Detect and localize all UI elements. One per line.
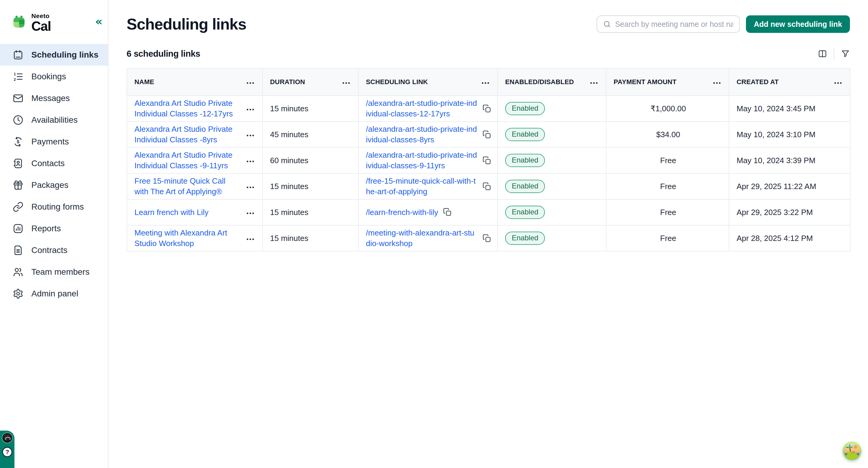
- help-icon[interactable]: [2, 447, 12, 457]
- sidebar-item-contracts[interactable]: Contracts: [0, 239, 108, 261]
- column-label: CREATED AT: [737, 78, 779, 86]
- column-menu-icon[interactable]: [480, 77, 491, 87]
- duration-value: 45 minutes: [270, 130, 308, 139]
- scheduling-link-url[interactable]: /meeting-with-alexandra-art-studio-works…: [366, 228, 478, 249]
- scheduling-link-name[interactable]: Meeting with Alexandra Art Studio Worksh…: [134, 228, 241, 249]
- sidebar-item-availabilities[interactable]: Availabilities: [0, 109, 108, 131]
- status-badge: Enabled: [505, 232, 545, 245]
- sidebar-item-team-members[interactable]: Team members: [0, 261, 108, 283]
- search-input[interactable]: [615, 20, 733, 29]
- sidebar-item-reports[interactable]: Reports: [0, 218, 108, 239]
- table-row: Free 15-minute Quick Call with The Art o…: [127, 173, 850, 199]
- brand-name-top: Neeto: [31, 13, 51, 19]
- payment-amount-value: $34.00: [656, 130, 680, 139]
- status-badge: Enabled: [505, 206, 545, 219]
- copy-icon[interactable]: [483, 130, 491, 139]
- sidebar-item-label: Packages: [31, 180, 68, 190]
- svg-text:1: 1: [14, 72, 16, 76]
- sidebar-header: Neeto Cal: [0, 0, 108, 43]
- scheduling-link-url[interactable]: /alexandra-art-studio-private-individual…: [366, 150, 478, 171]
- scheduling-link-name[interactable]: Free 15-minute Quick Call with The Art o…: [134, 176, 241, 197]
- scheduling-link-name[interactable]: Alexandra Art Studio Private Individual …: [134, 150, 241, 171]
- column-menu-icon[interactable]: [245, 77, 256, 87]
- row-menu-icon[interactable]: [245, 181, 256, 192]
- status-badge: Enabled: [505, 128, 545, 141]
- status-badge: Enabled: [505, 154, 545, 167]
- sidebar-item-routing-forms[interactable]: Routing forms: [0, 196, 108, 218]
- sidebar-item-label: Admin panel: [31, 289, 79, 298]
- sidebar-item-label: Routing forms: [31, 202, 84, 212]
- duration-value: 15 minutes: [270, 104, 308, 113]
- sidebar-item-payments[interactable]: $ Payments: [0, 131, 108, 153]
- main-content: Scheduling links Add new scheduling link…: [108, 0, 868, 468]
- sidebar-item-label: Scheduling links: [31, 50, 98, 60]
- created-at-value: May 10, 2024 3:10 PM: [737, 130, 815, 139]
- workspace-avatar[interactable]: [2, 433, 12, 443]
- column-menu-icon[interactable]: [589, 77, 600, 87]
- sidebar-item-packages[interactable]: Packages: [0, 174, 108, 196]
- sidebar-item-scheduling-links[interactable]: Scheduling links: [0, 44, 108, 66]
- payment-amount-value: ₹1,000.00: [650, 104, 686, 113]
- sidebar-item-contacts[interactable]: Contacts: [0, 153, 108, 174]
- manage-columns-button[interactable]: [818, 49, 827, 58]
- created-at-value: May 10, 2024 3:45 PM: [737, 104, 815, 113]
- copy-icon[interactable]: [483, 234, 491, 243]
- copy-icon[interactable]: [483, 156, 491, 165]
- created-at-value: Apr 28, 2025 4:12 PM: [737, 234, 813, 243]
- duration-value: 15 minutes: [270, 182, 308, 191]
- palm-island-icon: [843, 441, 861, 460]
- copy-icon[interactable]: [443, 208, 452, 216]
- bar-chart-icon: [13, 223, 24, 234]
- column-label: NAME: [134, 78, 154, 86]
- row-menu-icon[interactable]: [245, 129, 256, 140]
- currency-exchange-icon: $: [13, 136, 24, 147]
- copy-icon[interactable]: [483, 104, 491, 113]
- page-title: Scheduling links: [127, 15, 246, 33]
- scheduling-link-name[interactable]: Alexandra Art Studio Private Individual …: [134, 98, 241, 119]
- sidebar-item-bookings[interactable]: 12 Bookings: [0, 66, 108, 87]
- sidebar-item-label: Bookings: [31, 72, 66, 81]
- row-menu-icon[interactable]: [245, 104, 256, 114]
- copy-icon[interactable]: [483, 182, 491, 191]
- row-menu-icon[interactable]: [245, 207, 256, 218]
- mail-icon: [13, 93, 24, 104]
- column-menu-icon[interactable]: [833, 77, 844, 87]
- sidebar-collapse-icon[interactable]: [95, 16, 102, 27]
- app-logo[interactable]: Neeto Cal: [12, 13, 108, 33]
- brand-wordmark: Neeto Cal: [31, 13, 51, 33]
- document-icon: [13, 245, 24, 256]
- scheduling-link-url[interactable]: /free-15-minute-quick-call-with-the-art-…: [366, 176, 478, 197]
- search-box: [596, 16, 740, 33]
- scheduling-link-name[interactable]: Learn french with Lily: [134, 207, 209, 218]
- scheduling-link-url[interactable]: /alexandra-art-studio-private-individual…: [366, 124, 478, 145]
- column-header-scheduling-link: SCHEDULING LINK: [358, 68, 498, 96]
- neetocal-app: Neeto Cal Scheduling links 12 Bookings M…: [0, 0, 868, 468]
- payment-amount-value: Free: [660, 182, 676, 191]
- sidebar-item-label: Team members: [31, 267, 90, 277]
- filter-button[interactable]: [841, 49, 850, 58]
- sidebar-item-admin-panel[interactable]: Admin panel: [0, 283, 108, 304]
- sidebar: Neeto Cal Scheduling links 12 Bookings M…: [0, 0, 108, 468]
- search-icon: [603, 20, 611, 28]
- users-icon: [13, 267, 24, 277]
- vacation-island-badge[interactable]: [843, 441, 861, 460]
- add-scheduling-link-button[interactable]: Add new scheduling link: [746, 16, 850, 33]
- table-header-row: NAME DURATION SCHEDULING LINK ENABLED/DI…: [127, 68, 850, 96]
- row-menu-icon[interactable]: [245, 233, 256, 244]
- columns-icon: [818, 49, 827, 58]
- neetocal-calendar-logo-icon: [12, 15, 26, 31]
- payment-amount-value: Free: [660, 208, 676, 217]
- created-at-value: Apr 29, 2025 11:22 AM: [737, 182, 816, 191]
- row-menu-icon[interactable]: [245, 155, 256, 166]
- sidebar-item-messages[interactable]: Messages: [0, 87, 108, 109]
- status-badge: Enabled: [505, 102, 545, 115]
- link-icon: [13, 201, 24, 212]
- scheduling-link-name[interactable]: Alexandra Art Studio Private Individual …: [134, 124, 241, 145]
- table-toolbar: 6 scheduling links: [108, 48, 868, 60]
- column-menu-icon[interactable]: [341, 77, 352, 87]
- scheduling-link-url[interactable]: /alexandra-art-studio-private-individual…: [366, 98, 478, 119]
- sidebar-item-label: Contracts: [31, 245, 67, 255]
- scheduling-link-url[interactable]: /learn-french-with-lily: [366, 207, 438, 218]
- table-row: Learn french with Lily 15 minutes /learn…: [127, 199, 850, 225]
- column-menu-icon[interactable]: [712, 77, 723, 87]
